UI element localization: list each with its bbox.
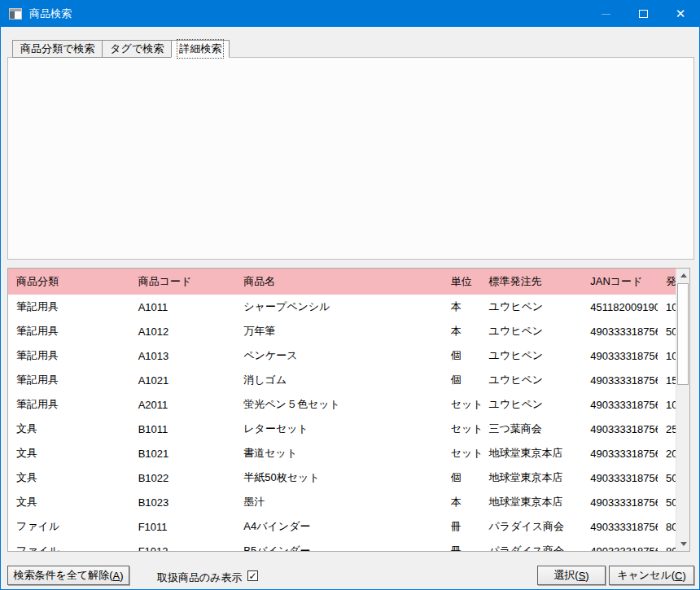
vertical-scrollbar[interactable] [676, 269, 689, 551]
table-cell: 筆記用具 [8, 348, 130, 363]
table-cell: 筆記用具 [8, 373, 130, 387]
table-cell: ユウヒペン [481, 348, 583, 363]
table-cell: 15 [658, 374, 676, 387]
scroll-up-icon[interactable] [676, 269, 690, 282]
button-mnemonic: A [112, 570, 120, 582]
table-cell: 個 [443, 348, 481, 363]
table-cell: ユウヒペン [481, 299, 583, 314]
table-cell: 4903333187560 [582, 545, 658, 552]
table-cell: 10 [658, 301, 676, 313]
table-cell: ペンケース [235, 348, 442, 363]
table-cell: 50 [658, 326, 676, 338]
table-cell: B1011 [130, 423, 236, 435]
tab-label: 商品分類で検索 [20, 42, 94, 56]
select-button[interactable]: 選択(S) [537, 566, 606, 585]
table-cell: 4903333187560 [582, 496, 658, 509]
table-row[interactable]: 文具B1023墨汁本地球堂東京本店490333318756050 [8, 490, 676, 514]
table-cell: 50 [658, 472, 676, 484]
column-header: 単位 [443, 274, 481, 289]
handled-only-checkbox[interactable]: ✓ [247, 570, 258, 581]
handled-only-label: 取扱商品のみ表示 [157, 570, 243, 585]
table-cell: B1023 [130, 496, 236, 509]
product-search-dialog: 商品検索 ✕ 商品分類で検索 タグで検索 詳細検索 商品コード を含む 商品名 … [0, 0, 700, 590]
table-cell: ユウヒペン [481, 373, 583, 387]
tab-detail-search[interactable]: 詳細検索 [171, 40, 230, 58]
table-row[interactable]: 文具B1022半紙50枚セット個地球堂東京本店490333318756050 [8, 465, 676, 490]
table-cell: 4903333187560 [582, 374, 658, 387]
button-mnemonic: S [579, 570, 586, 582]
table-header-row: 商品分類商品コード商品名単位標準発注先JANコード発 [8, 269, 676, 295]
table-cell: 4903333187560 [582, 326, 658, 338]
table-cell: 本 [443, 299, 481, 314]
table-row[interactable]: 筆記用具A1011シャープペンシル本ユウヒペン451182009190210 [8, 295, 676, 319]
table-cell: A1021 [130, 374, 236, 387]
table-cell: 筆記用具 [8, 397, 130, 412]
table-cell: 4903333187560 [582, 448, 658, 460]
button-label: ) [682, 570, 685, 582]
titlebar: 商品検索 ✕ [1, 1, 699, 27]
column-header: 商品分類 [8, 274, 130, 289]
table-row[interactable]: ファイルF1011A4バインダー冊パラダイス商会490333318756080 [8, 514, 676, 539]
table-cell: 書道セット [235, 446, 442, 461]
tab-category-search[interactable]: 商品分類で検索 [12, 40, 102, 58]
window-title: 商品検索 [29, 7, 72, 21]
table-cell: 4903333187560 [582, 472, 658, 484]
column-header: JANコード [582, 274, 658, 289]
table-cell: F1012 [130, 545, 236, 552]
table-row[interactable]: 文具B1021書道セットセット地球堂東京本店490333318756020 [8, 441, 676, 465]
table-cell: セット [443, 446, 481, 461]
table-row[interactable]: ファイルF1012B5バインダー冊パラダイス商会490333318756080 [8, 539, 676, 551]
table-cell: B1022 [130, 472, 236, 484]
minimize-button[interactable] [587, 1, 624, 27]
table-cell: A1012 [130, 326, 236, 338]
detail-search-panel [7, 57, 694, 260]
scroll-down-icon[interactable] [676, 537, 690, 551]
column-header: 標準発注先 [481, 274, 583, 289]
table-cell: 地球堂東京本店 [481, 495, 583, 509]
close-button[interactable]: ✕ [662, 1, 699, 27]
table-cell: 文具 [8, 422, 130, 436]
table-cell: 80 [658, 521, 676, 533]
maximize-button[interactable] [624, 1, 662, 27]
table-cell: 筆記用具 [8, 299, 130, 314]
table-cell: 万年筆 [235, 324, 442, 339]
tabstrip: 商品分類で検索 タグで検索 詳細検索 [12, 40, 230, 58]
button-mnemonic: C [675, 570, 682, 582]
table-cell: A1011 [130, 301, 236, 313]
table-cell: 本 [443, 495, 481, 509]
table-cell: 個 [443, 373, 481, 387]
table-cell: 文具 [8, 470, 130, 485]
table-cell: 80 [658, 545, 676, 552]
button-label: 選択( [553, 568, 578, 583]
table-row[interactable]: 文具B1011レターセットセット三つ葉商会490333318756025 [8, 417, 676, 441]
table-cell: 半紙50枚セット [235, 470, 442, 485]
clear-conditions-button[interactable]: 検索条件を全て解除(A) [7, 566, 129, 585]
table-cell: パラダイス商会 [481, 544, 583, 551]
table-cell: ユウヒペン [481, 397, 583, 412]
table-row[interactable]: 筆記用具A2011蛍光ペン５色セットセットユウヒペン49033331875601… [8, 392, 676, 417]
table-cell: 50 [658, 496, 676, 509]
cancel-button[interactable]: キャンセル(C) [609, 566, 694, 585]
table-cell: パラダイス商会 [481, 519, 583, 534]
table-cell: B1021 [130, 448, 236, 460]
table-row[interactable]: 筆記用具A1021消しゴム個ユウヒペン490333318756015 [8, 368, 676, 392]
table-cell: ファイル [8, 519, 130, 534]
table-cell: 筆記用具 [8, 324, 130, 339]
button-label: ) [120, 570, 123, 582]
table-cell: 20 [658, 448, 676, 460]
table-cell: 4511820091902 [582, 301, 658, 313]
table-row[interactable]: 筆記用具A1012万年筆本ユウヒペン490333318756050 [8, 319, 676, 343]
table-cell: シャープペンシル [235, 299, 442, 314]
table-cell: レターセット [235, 422, 442, 436]
button-label: キャンセル( [617, 568, 675, 583]
table-cell: 消しゴム [235, 373, 442, 387]
scrollbar-thumb[interactable] [677, 283, 689, 385]
table-body: 筆記用具A1011シャープペンシル本ユウヒペン451182009190210筆記… [8, 295, 676, 551]
table-row[interactable]: 筆記用具A1013ペンケース個ユウヒペン490333318756010 [8, 343, 676, 368]
app-icon [9, 8, 22, 20]
tab-tag-search[interactable]: タグで検索 [102, 40, 171, 58]
table-cell: 4903333187560 [582, 350, 658, 362]
table-cell: ユウヒペン [481, 324, 583, 339]
table-cell: A4バインダー [235, 519, 442, 534]
table-cell: 本 [443, 324, 481, 339]
